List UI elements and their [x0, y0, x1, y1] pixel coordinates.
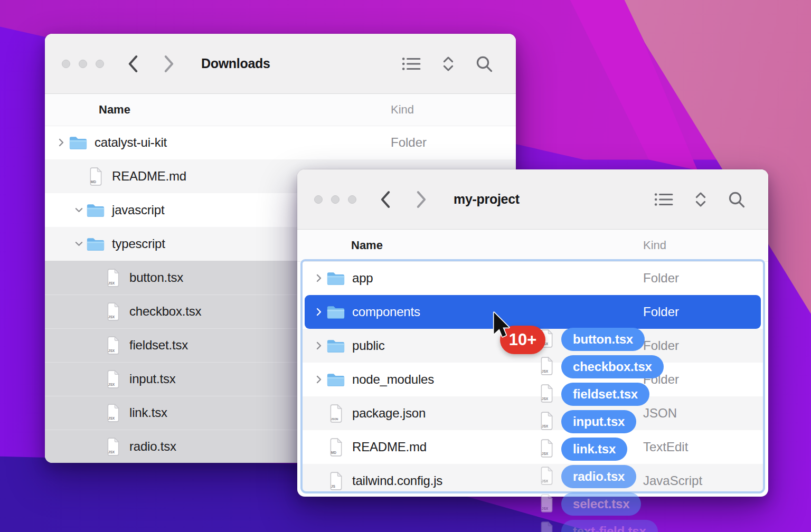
- close-button[interactable]: [62, 60, 70, 68]
- file-icon: JSON: [329, 404, 343, 423]
- back-button[interactable]: [127, 55, 139, 73]
- folder-row-app[interactable]: appFolder: [303, 261, 763, 295]
- disclosure-chevron[interactable]: [312, 274, 326, 282]
- folder-row-components[interactable]: componentsFolder: [303, 295, 763, 329]
- file-icon: JSX: [106, 302, 120, 321]
- folder-icon: [86, 236, 105, 252]
- item-name: tailwind.config.js: [352, 473, 442, 488]
- list-view-button[interactable]: [654, 192, 673, 207]
- item-name: input.tsx: [129, 372, 176, 386]
- toolbar: Downloads: [45, 34, 516, 94]
- search-button[interactable]: [728, 191, 745, 208]
- sort-button[interactable]: [442, 55, 455, 72]
- zoom-button[interactable]: [96, 60, 104, 68]
- disclosure-chevron[interactable]: [72, 241, 86, 246]
- item-name: typescript: [112, 236, 165, 251]
- mouse-cursor: [492, 311, 511, 339]
- disclosure-chevron[interactable]: [312, 375, 326, 384]
- window-title: Downloads: [201, 56, 270, 71]
- zoom-button[interactable]: [348, 195, 356, 204]
- close-button[interactable]: [314, 195, 323, 204]
- svg-text:MD: MD: [90, 180, 96, 184]
- item-name: app: [352, 271, 373, 286]
- disclosure-chevron[interactable]: [54, 138, 68, 147]
- sort-icon: [694, 191, 707, 208]
- folder-icon: [326, 372, 345, 387]
- file-row-package.json[interactable]: JSON package.jsonJSON: [303, 396, 763, 430]
- svg-text:JSX: JSX: [108, 315, 115, 319]
- disclosure-chevron[interactable]: [72, 207, 86, 213]
- folder-icon: [69, 135, 88, 150]
- forward-button[interactable]: [163, 55, 175, 73]
- file-icon: MD: [89, 167, 103, 186]
- file-icon: JSX: [106, 269, 120, 287]
- forward-button[interactable]: [416, 191, 427, 208]
- chevron-down-icon: [75, 241, 83, 246]
- column-headers: Name Kind: [45, 94, 516, 126]
- chevron-right-icon: [316, 375, 322, 384]
- item-name: radio.tsx: [129, 439, 176, 454]
- chevron-right-icon: [59, 138, 64, 147]
- traffic-lights: [314, 195, 356, 204]
- column-header-kind[interactable]: Kind: [643, 230, 666, 261]
- toolbar-actions: [654, 191, 745, 208]
- item-name: README.md: [352, 440, 427, 454]
- sort-button[interactable]: [694, 191, 707, 208]
- chevron-down-icon: [75, 207, 83, 213]
- item-name: README.md: [112, 169, 186, 184]
- back-button[interactable]: [380, 191, 391, 208]
- folder-icon: [86, 203, 105, 218]
- column-headers: Name Kind: [297, 230, 768, 262]
- item-kind: TextEdit: [643, 440, 688, 454]
- item-name: public: [352, 338, 385, 353]
- svg-text:JSX: JSX: [108, 383, 115, 386]
- svg-text:JSX: JSX: [108, 281, 115, 285]
- item-kind: Folder: [643, 305, 679, 319]
- file-icon: JS: [329, 472, 343, 490]
- search-icon: [476, 55, 493, 72]
- minimize-button[interactable]: [79, 60, 87, 68]
- toolbar-actions: [402, 55, 493, 72]
- traffic-lights: [62, 60, 104, 68]
- item-name: components: [352, 305, 420, 319]
- folder-icon: [326, 305, 345, 320]
- folder-icon: [326, 338, 345, 354]
- disclosure-chevron[interactable]: [312, 308, 326, 316]
- folder-row-node_modules[interactable]: node_modulesFolder: [303, 363, 763, 396]
- forward-icon: [416, 191, 427, 208]
- svg-text:JSX: JSX: [108, 450, 115, 454]
- svg-text:JSX: JSX: [108, 416, 115, 420]
- item-kind: Folder: [391, 135, 427, 150]
- file-row-README.md[interactable]: MD README.mdTextEdit: [303, 430, 763, 464]
- file-icon: JSX: [106, 438, 120, 456]
- file-row-tailwind.config.js[interactable]: JS tailwind.config.jsJavaScript: [303, 464, 763, 491]
- svg-text:JSON: JSON: [331, 417, 338, 421]
- column-header-name[interactable]: Name: [99, 94, 130, 126]
- item-name: node_modules: [352, 372, 434, 387]
- item-name: fieldset.tsx: [129, 338, 188, 353]
- file-icon: JSX: [106, 336, 120, 355]
- column-header-kind[interactable]: Kind: [391, 94, 414, 126]
- item-kind: Folder: [643, 372, 679, 387]
- svg-text:JS: JS: [331, 484, 335, 488]
- item-kind: Folder: [643, 338, 679, 353]
- search-button[interactable]: [476, 55, 493, 72]
- item-kind: JavaScript: [643, 473, 702, 488]
- item-kind: Folder: [643, 271, 679, 286]
- file-list: appFolder componentsFolder publicFolder …: [303, 261, 763, 491]
- item-name: checkbox.tsx: [129, 304, 201, 319]
- svg-text:MD: MD: [331, 451, 336, 454]
- chevron-right-icon: [316, 341, 322, 350]
- item-name: javascript: [112, 203, 164, 217]
- column-header-name[interactable]: Name: [351, 230, 383, 261]
- window-title: my-project: [454, 192, 520, 207]
- search-icon: [728, 191, 745, 208]
- item-name: button.tsx: [129, 270, 183, 285]
- folder-row-catalyst-ui-kit[interactable]: catalyst-ui-kitFolder: [45, 126, 516, 159]
- file-icon: JSX: [106, 404, 120, 422]
- disclosure-chevron[interactable]: [312, 341, 326, 350]
- back-icon: [380, 191, 391, 208]
- list-view-button[interactable]: [402, 56, 421, 72]
- svg-text:JSX: JSX: [108, 349, 115, 353]
- minimize-button[interactable]: [331, 195, 340, 204]
